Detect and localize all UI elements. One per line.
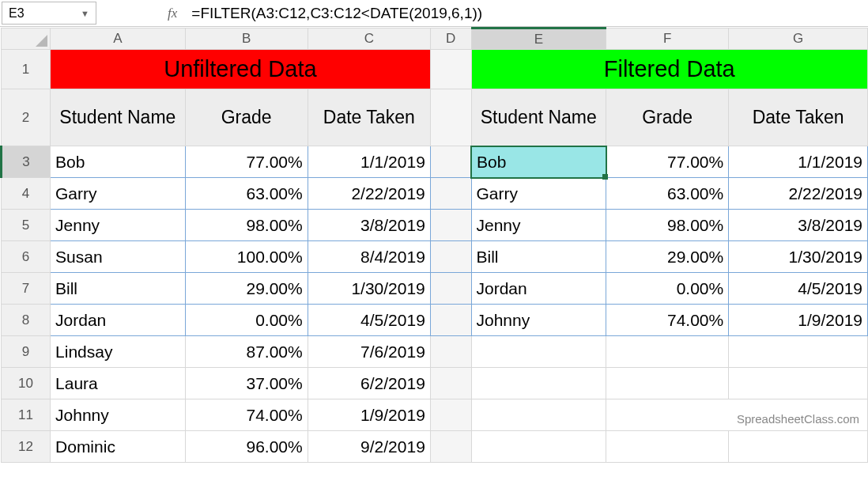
cell-f11[interactable]: SpreadsheetClass.com xyxy=(606,399,868,431)
hdr-grade-unf[interactable]: Grade xyxy=(185,89,308,146)
cell-b8[interactable]: 0.00% xyxy=(185,305,308,336)
hdr-date-fil[interactable]: Date Taken xyxy=(729,89,868,146)
cell-c6[interactable]: 8/4/2019 xyxy=(308,241,430,273)
cell-c10[interactable]: 6/2/2019 xyxy=(308,368,430,399)
cell-c4[interactable]: 2/22/2019 xyxy=(308,178,430,210)
fx-icon[interactable]: fx xyxy=(168,6,177,21)
cell-f4[interactable]: 63.00% xyxy=(606,178,729,210)
cell-g6[interactable]: 1/30/2019 xyxy=(729,241,868,273)
cell-a6[interactable]: Susan xyxy=(51,241,186,273)
cell-d7[interactable] xyxy=(430,273,471,305)
cell-d6[interactable] xyxy=(430,241,471,273)
cell-d5[interactable] xyxy=(430,210,471,241)
row-header-7[interactable]: 7 xyxy=(2,273,51,305)
hdr-date-unf[interactable]: Date Taken xyxy=(308,89,430,146)
cell-a9[interactable]: Lindsay xyxy=(51,336,186,368)
cell-e10[interactable] xyxy=(471,368,606,399)
cell-d4[interactable] xyxy=(430,178,471,210)
cell-c8[interactable]: 4/5/2019 xyxy=(308,305,430,336)
cell-d11[interactable] xyxy=(430,399,471,431)
cell-c7[interactable]: 1/30/2019 xyxy=(308,273,430,305)
cell-d9[interactable] xyxy=(430,336,471,368)
row-header-4[interactable]: 4 xyxy=(2,178,51,210)
cell-g7[interactable]: 4/5/2019 xyxy=(729,273,868,305)
cell-b11[interactable]: 74.00% xyxy=(185,399,308,431)
cell-a11[interactable]: Johnny xyxy=(51,399,186,431)
cell-g3[interactable]: 1/1/2019 xyxy=(729,146,868,178)
cell-c3[interactable]: 1/1/2019 xyxy=(308,146,430,178)
cell-c12[interactable]: 9/2/2019 xyxy=(308,431,430,463)
cell-b9[interactable]: 87.00% xyxy=(185,336,308,368)
cell-e4[interactable]: Garry xyxy=(471,178,606,210)
cell-a5[interactable]: Jenny xyxy=(51,210,186,241)
title-unfiltered[interactable]: Unfiltered Data xyxy=(51,50,431,89)
cell-f5[interactable]: 98.00% xyxy=(606,210,729,241)
cell-b7[interactable]: 29.00% xyxy=(185,273,308,305)
chevron-down-icon[interactable]: ▼ xyxy=(81,9,89,18)
cell-d12[interactable] xyxy=(430,431,471,463)
row-header-2[interactable]: 2 xyxy=(2,89,51,146)
col-header-f[interactable]: F xyxy=(606,28,729,50)
cell-d10[interactable] xyxy=(430,368,471,399)
cell-b4[interactable]: 63.00% xyxy=(185,178,308,210)
cell-g8[interactable]: 1/9/2019 xyxy=(729,305,868,336)
row-header-8[interactable]: 8 xyxy=(2,305,51,336)
cell-c9[interactable]: 7/6/2019 xyxy=(308,336,430,368)
row-header-5[interactable]: 5 xyxy=(2,210,51,241)
cell-a12[interactable]: Dominic xyxy=(51,431,186,463)
row-header-3[interactable]: 3 xyxy=(2,146,51,178)
col-header-a[interactable]: A xyxy=(51,28,186,50)
row-header-9[interactable]: 9 xyxy=(2,336,51,368)
cell-d8[interactable] xyxy=(430,305,471,336)
cell-f3[interactable]: 77.00% xyxy=(606,146,729,178)
cell-b10[interactable]: 37.00% xyxy=(185,368,308,399)
cell-a7[interactable]: Bill xyxy=(51,273,186,305)
cell-g5[interactable]: 3/8/2019 xyxy=(729,210,868,241)
cell-e11[interactable] xyxy=(471,399,606,431)
cell-f7[interactable]: 0.00% xyxy=(606,273,729,305)
cell-g12[interactable] xyxy=(729,431,868,463)
hdr-grade-fil[interactable]: Grade xyxy=(606,89,729,146)
cell-a8[interactable]: Jordan xyxy=(51,305,186,336)
select-all-corner[interactable] xyxy=(2,28,51,50)
cell-e5[interactable]: Jenny xyxy=(471,210,606,241)
cell-e8[interactable]: Johnny xyxy=(471,305,606,336)
cell-f8[interactable]: 74.00% xyxy=(606,305,729,336)
cell-e12[interactable] xyxy=(471,431,606,463)
row-header-11[interactable]: 11 xyxy=(2,399,51,431)
cell-g10[interactable] xyxy=(729,368,868,399)
col-header-c[interactable]: C xyxy=(308,28,430,50)
cell-e7[interactable]: Jordan xyxy=(471,273,606,305)
cell-f12[interactable] xyxy=(606,431,729,463)
cell-g9[interactable] xyxy=(729,336,868,368)
cell-g4[interactable]: 2/22/2019 xyxy=(729,178,868,210)
spreadsheet-grid[interactable]: A B C D E F G 1 Unfiltered Data Filtered… xyxy=(0,27,868,463)
col-header-b[interactable]: B xyxy=(185,28,308,50)
cell-b6[interactable]: 100.00% xyxy=(185,241,308,273)
hdr-student-unf[interactable]: Student Name xyxy=(51,89,186,146)
cell-c11[interactable]: 1/9/2019 xyxy=(308,399,430,431)
title-filtered[interactable]: Filtered Data xyxy=(471,50,868,89)
hdr-student-fil[interactable]: Student Name xyxy=(471,89,606,146)
cell-a10[interactable]: Laura xyxy=(51,368,186,399)
col-header-e[interactable]: E xyxy=(471,28,606,50)
cell-b5[interactable]: 98.00% xyxy=(185,210,308,241)
name-box[interactable]: E3 ▼ xyxy=(2,2,96,25)
cell-c5[interactable]: 3/8/2019 xyxy=(308,210,430,241)
formula-input[interactable]: =FILTER(A3:C12,C3:C12<DATE(2019,6,1)) xyxy=(191,5,482,22)
row-header-10[interactable]: 10 xyxy=(2,368,51,399)
cell-e3-selected[interactable]: Bob xyxy=(471,146,606,178)
col-header-d[interactable]: D xyxy=(430,28,471,50)
cell-b12[interactable]: 96.00% xyxy=(185,431,308,463)
row-header-1[interactable]: 1 xyxy=(2,50,51,89)
cell-f10[interactable] xyxy=(606,368,729,399)
cell-e9[interactable] xyxy=(471,336,606,368)
cell-b3[interactable]: 77.00% xyxy=(185,146,308,178)
cell-a3[interactable]: Bob xyxy=(51,146,186,178)
cell-d1[interactable] xyxy=(430,50,471,89)
cell-a4[interactable]: Garry xyxy=(51,178,186,210)
cell-f9[interactable] xyxy=(606,336,729,368)
cell-d2[interactable] xyxy=(430,89,471,146)
cell-e6[interactable]: Bill xyxy=(471,241,606,273)
cell-f6[interactable]: 29.00% xyxy=(606,241,729,273)
